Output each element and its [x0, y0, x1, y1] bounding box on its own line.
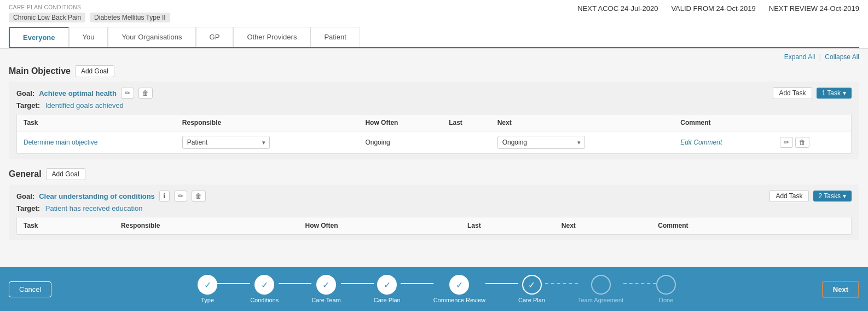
- goal-label-main: Goal:: [16, 89, 34, 97]
- step-line-6: [545, 283, 578, 284]
- expand-collapse-bar: Expand All | Collapse All: [9, 53, 859, 61]
- goal-value-main: Achieve optimal health: [39, 89, 117, 97]
- step-line-7: [623, 283, 656, 284]
- step-team-agreement: Team Agreement: [578, 275, 623, 303]
- add-task-general-button[interactable]: Add Task: [769, 190, 808, 202]
- col-task-general: Task: [17, 217, 114, 234]
- step-circle-type: ✓: [198, 275, 217, 295]
- main-objective-title: Main Objective: [9, 66, 71, 76]
- edit-comment-main[interactable]: Edit Comment: [680, 139, 722, 146]
- col-comment-main: Comment: [674, 114, 773, 131]
- edit-goal-general-button[interactable]: ✏: [174, 191, 187, 201]
- step-label-team-agreement: Team Agreement: [578, 297, 623, 303]
- goal-value-general: Clear understanding of conditions: [39, 192, 155, 200]
- tabs-row: Everyone You Your Organisations GP Other…: [9, 27, 859, 48]
- goal-left-general: Goal: Clear understanding of conditions …: [16, 191, 206, 201]
- edit-goal-main-button[interactable]: ✏: [121, 88, 134, 99]
- goal-actions-right-general: Add Task 2 Tasks ▾: [769, 190, 852, 202]
- tasks-dropdown-main-button[interactable]: 1 Task ▾: [817, 88, 852, 99]
- col-responsible-main: Responsible: [176, 114, 359, 131]
- col-responsible-general: Responsible: [114, 217, 299, 234]
- delete-task-main-button[interactable]: 🗑: [795, 137, 809, 148]
- steps-bar: ✓ Type ✓ Conditions ✓ Care Team ✓ Care P…: [51, 275, 821, 303]
- col-howoften-general: How Often: [299, 217, 461, 234]
- edit-task-main-button[interactable]: ✏: [780, 137, 793, 148]
- howoften-cell-main: Ongoing: [358, 131, 442, 154]
- col-comment-general: Comment: [651, 217, 805, 234]
- tab-your-organisations[interactable]: Your Organisations: [108, 27, 195, 47]
- responsible-select-main[interactable]: Patient: [182, 136, 270, 149]
- next-acoc-group: NEXT ACOC 24-Jul-2020: [577, 4, 658, 13]
- next-select-main[interactable]: Ongoing: [497, 136, 585, 149]
- step-circle-care-team: ✓: [316, 275, 336, 295]
- col-last-general: Last: [461, 217, 555, 234]
- step-circle-commence-review: ✓: [449, 275, 469, 295]
- col-howoften-main: How Often: [358, 114, 442, 131]
- next-button[interactable]: Next: [822, 281, 859, 298]
- valid-from-value: 24-Oct-2019: [716, 4, 756, 13]
- goal-card-main: Goal: Achieve optimal health ✏ 🗑 Add Tas…: [9, 82, 859, 159]
- col-actions-main: [773, 114, 851, 131]
- tab-everyone[interactable]: Everyone: [9, 27, 69, 47]
- step-commence-review: ✓ Commence Review: [433, 275, 485, 303]
- goal-left-main: Goal: Achieve optimal health ✏ 🗑: [16, 88, 153, 99]
- step-care-plan-2: ✓ Care Plan: [518, 275, 545, 303]
- table-row: Determine main objective Patient Ongoing: [17, 131, 851, 154]
- row-actions-main: ✏ 🗑: [780, 137, 844, 148]
- step-label-conditions: Conditions: [250, 297, 279, 303]
- tab-other-providers[interactable]: Other Providers: [233, 27, 310, 47]
- add-goal-general-button[interactable]: Add Goal: [46, 168, 85, 180]
- general-section-header: General Add Goal: [9, 168, 859, 180]
- expand-all-link[interactable]: Expand All: [784, 53, 815, 61]
- next-review-label: NEXT REVIEW: [769, 4, 818, 13]
- tasks-chevron-main: ▾: [843, 89, 846, 97]
- next-select-wrap-main: Ongoing: [497, 136, 585, 149]
- goal-row-general: Goal: Clear understanding of conditions …: [16, 190, 852, 202]
- next-review-value: 24-Oct-2019: [820, 4, 859, 13]
- tab-you[interactable]: You: [69, 27, 108, 47]
- delete-goal-general-button[interactable]: 🗑: [192, 191, 206, 201]
- goal-row-main: Goal: Achieve optimal health ✏ 🗑 Add Tas…: [16, 87, 852, 99]
- cancel-button[interactable]: Cancel: [9, 281, 51, 297]
- task-table-general: Task Responsible How Often Last Next Com…: [16, 217, 852, 235]
- step-circle-done: [656, 275, 676, 295]
- col-last-main: Last: [442, 114, 491, 131]
- valid-from-label: VALID FROM: [671, 4, 714, 13]
- step-label-commence-review: Commence Review: [433, 297, 485, 303]
- step-care-plan: ✓ Care Plan: [374, 275, 401, 303]
- col-next-main: Next: [491, 114, 674, 131]
- task-table-main: Task Responsible How Often Last Next Com…: [16, 114, 852, 154]
- last-cell-main: [442, 131, 491, 154]
- header-dates: NEXT ACOC 24-Jul-2020 VALID FROM 24-Oct-…: [577, 4, 859, 13]
- condition-tag-1: Chronic Low Back Pain: [9, 13, 85, 22]
- delete-goal-main-button[interactable]: 🗑: [138, 88, 153, 99]
- goal-target-general: Target: Patient has received education: [16, 204, 852, 212]
- step-label-done: Done: [659, 297, 673, 303]
- goal-target-main: Target: Identified goals achieved: [16, 101, 852, 110]
- add-goal-button-main[interactable]: Add Goal: [75, 65, 114, 77]
- target-value-general: Patient has received education: [45, 204, 143, 212]
- condition-tag-2: Diabetes Mellitus Type II: [90, 13, 170, 22]
- info-goal-general-button[interactable]: ℹ: [159, 191, 170, 201]
- step-label-care-plan-2: Care Plan: [518, 297, 545, 303]
- general-section: General Add Goal Goal: Clear understandi…: [9, 168, 859, 240]
- add-task-main-button[interactable]: Add Task: [773, 87, 812, 99]
- tasks-chevron-general: ▾: [843, 192, 846, 200]
- target-value-main: Identified goals achieved: [45, 101, 124, 110]
- step-done: Done: [656, 275, 676, 303]
- goal-actions-right-main: Add Task 1 Task ▾: [773, 87, 852, 99]
- step-circle-conditions: ✓: [254, 275, 274, 295]
- responsible-select-wrap-main: Patient: [182, 136, 270, 149]
- next-acoc-label: NEXT ACOC: [577, 4, 618, 13]
- step-line-2: [279, 283, 311, 284]
- task-link-main[interactable]: Determine main objective: [24, 139, 97, 146]
- target-label-general: Target:: [16, 204, 40, 212]
- tasks-count-main: 1 Task: [822, 89, 841, 97]
- collapse-all-link[interactable]: Collapse All: [825, 53, 859, 61]
- general-title: General: [9, 169, 42, 179]
- condition-tags: Chronic Low Back Pain Diabetes Mellitus …: [9, 13, 170, 22]
- tasks-dropdown-general-button[interactable]: 2 Tasks ▾: [813, 191, 852, 201]
- tab-patient[interactable]: Patient: [310, 27, 360, 47]
- goal-card-general: Goal: Clear understanding of conditions …: [9, 185, 859, 240]
- tab-gp[interactable]: GP: [196, 27, 234, 47]
